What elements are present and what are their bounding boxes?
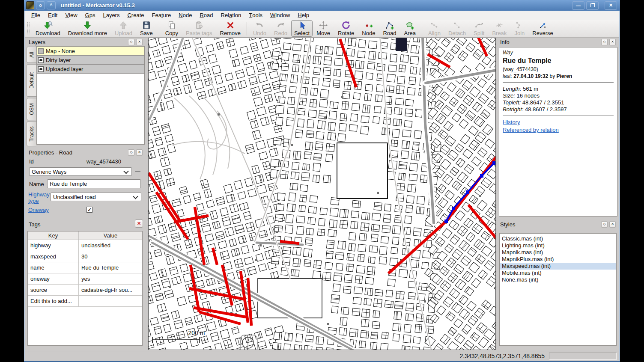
tag-value-cell[interactable]: 30 — [79, 253, 142, 260]
tags-panel-title: Tags — [29, 221, 40, 228]
info-float-button[interactable]: ◇ — [601, 39, 608, 45]
toolbar-area-button[interactable]: Area — [400, 20, 420, 37]
tag-value-cell[interactable]: unclassified — [79, 242, 142, 249]
tag-value-cell[interactable]: yes — [79, 276, 142, 282]
toolbar-move-button[interactable]: Move — [313, 20, 334, 37]
layers-float-button[interactable]: ◇ — [128, 39, 134, 45]
align-icon — [429, 21, 439, 30]
minimize-button[interactable]: — — [572, 1, 584, 10]
tags-column-value[interactable]: Value — [79, 232, 142, 239]
menu-feature[interactable]: Feature — [148, 11, 175, 20]
properties-panel-header: Properties - Road ◇ ✕ — [27, 148, 145, 157]
toolbar-break-button[interactable]: Break — [488, 20, 510, 37]
toolbar-join-button[interactable]: Join — [510, 20, 528, 37]
title-bar[interactable]: o ^ untitled - Merkaartor v0.15.3 — ✕ — [24, 0, 620, 11]
menu-layers[interactable]: Layers — [99, 11, 123, 20]
tag-value-cell[interactable]: cadastre-dgi-fr sou... — [79, 287, 142, 293]
style-item-classic-mas-int[interactable]: Classic.mas (int) — [500, 235, 616, 242]
tag-key-cell[interactable]: name — [28, 262, 79, 273]
toolbar-save-button[interactable]: Save — [136, 20, 157, 37]
toolbar-upload-button[interactable]: Upload — [111, 20, 136, 37]
tag-row-highway[interactable]: highwayunclassified — [28, 240, 142, 251]
menu-road[interactable]: Road — [196, 11, 217, 20]
tag-row-maxspeed[interactable]: maxspeed30 — [28, 251, 142, 262]
highway-type-select[interactable]: Unclassified road — [51, 193, 141, 201]
layers-tab-all[interactable]: All — [27, 47, 36, 63]
menu-view[interactable]: View — [61, 11, 81, 20]
tags-column-key[interactable]: Key — [28, 231, 79, 240]
toolbar-redo-button[interactable]: Redo — [270, 20, 291, 37]
info-link-history[interactable]: History — [503, 119, 614, 125]
layers-tab-tracks[interactable]: Tracks — [27, 122, 36, 146]
layer-visibility-eye-icon[interactable] — [38, 57, 44, 63]
toolbar-align-button[interactable]: Align — [424, 20, 444, 37]
tag-row-name[interactable]: nameRue du Temple — [28, 262, 142, 273]
menu-edit[interactable]: Edit — [44, 11, 61, 20]
menu-help[interactable]: Help — [294, 11, 313, 20]
menu-tools[interactable]: Tools — [245, 11, 266, 20]
style-item-none-mas-int[interactable]: None.mas (int) — [500, 276, 616, 283]
close-button[interactable]: ✕ — [605, 1, 617, 10]
toolbar-button-label: Rotate — [338, 30, 354, 36]
window-shade-button[interactable]: ^ — [47, 1, 56, 9]
tag-row-oneway[interactable]: onewayyes — [28, 273, 142, 285]
properties-float-button[interactable]: ◇ — [128, 149, 134, 156]
toolbar-remove-button[interactable]: Remove — [216, 20, 244, 37]
toolbar-select-button[interactable]: Select — [291, 20, 313, 37]
tag-value-cell[interactable]: Rue du Temple — [79, 264, 142, 271]
info-close-button[interactable]: ✕ — [609, 39, 616, 45]
menu-gps[interactable]: Gps — [81, 11, 99, 20]
toolbar-detach-button[interactable]: Detach — [444, 20, 470, 37]
tag-key-cell[interactable]: maxspeed — [28, 251, 79, 262]
type-select[interactable]: Generic Ways — [29, 167, 132, 176]
layers-tab-default[interactable]: Default — [27, 64, 36, 97]
layers-tab-osm[interactable]: OSM — [27, 98, 36, 120]
highway-type-link[interactable]: Highway type — [28, 191, 50, 204]
toolbar-paste-tags-button[interactable]: Paste tags — [182, 20, 216, 37]
toolbar-reverse-button[interactable]: Reverse — [528, 20, 557, 37]
toolbar-road-button[interactable]: Road — [379, 20, 400, 37]
layer-row-dirty-layer[interactable]: Dirty layer — [37, 56, 144, 65]
styles-close-button[interactable]: ✕ — [609, 221, 616, 228]
style-item-maxspeed-mas-int[interactable]: Maxspeed.mas (int) — [500, 263, 616, 270]
style-item-mobile-mas-int[interactable]: Mobile.mas (int) — [500, 270, 616, 276]
layer-row-uploaded-layer[interactable]: Uploaded layer — [37, 65, 144, 74]
layer-row-map-none[interactable]: Map - None — [37, 47, 144, 56]
toolbar-copy-button[interactable]: Copy — [161, 20, 182, 37]
toolbar-split-button[interactable]: Split — [470, 20, 488, 37]
map-view[interactable]: 200 m — [148, 38, 496, 350]
tag-row-source[interactable]: sourcecadastre-dgi-fr sou... — [28, 285, 142, 296]
layer-checkbox-icon[interactable] — [38, 48, 44, 54]
toolbar-rotate-button[interactable]: Rotate — [334, 20, 358, 37]
tag-key-cell[interactable]: highway — [28, 240, 79, 251]
style-item-lighting-mas-int[interactable]: Lighting.mas (int) — [500, 242, 616, 249]
toolbar-handle[interactable] — [27, 22, 30, 35]
properties-close-button[interactable]: ✕ — [136, 149, 143, 156]
restore-button[interactable] — [586, 1, 599, 10]
tags-close-button[interactable]: ✕ — [135, 220, 143, 228]
tag-key-cell[interactable]: Edit this to add... — [28, 296, 79, 306]
oneway-link[interactable]: Oneway — [28, 207, 49, 213]
toolbar-download-button[interactable]: Download — [32, 20, 64, 37]
toolbar-node-button[interactable]: Node — [358, 20, 379, 37]
style-item-mapnikplus-mas-int[interactable]: MapnikPlus.mas (int) — [500, 256, 616, 263]
layer-visibility-eye-icon[interactable] — [38, 66, 44, 72]
styles-float-button[interactable]: ◇ — [601, 221, 608, 228]
name-input[interactable]: Rue du Temple — [47, 179, 141, 188]
window-menu-button[interactable]: o — [36, 1, 45, 9]
menu-file[interactable]: File — [27, 11, 44, 20]
menu-node[interactable]: Node — [175, 11, 196, 20]
tag-row-edit-this-to-add[interactable]: Edit this to add... — [28, 296, 142, 307]
info-link-referenced-by-relation[interactable]: Referenced by relation — [503, 127, 614, 133]
undo-icon — [254, 21, 265, 30]
toolbar-download-more-button[interactable]: Download more — [64, 20, 111, 37]
tag-key-cell[interactable]: oneway — [28, 273, 79, 284]
tag-key-cell[interactable]: source — [28, 285, 79, 295]
menu-create[interactable]: Create — [123, 11, 148, 20]
menu-relation[interactable]: Relation — [217, 11, 245, 20]
layers-close-button[interactable]: ✕ — [136, 39, 143, 45]
oneway-checkbox[interactable]: ✓ — [86, 207, 92, 213]
style-item-mapnik-mas-int[interactable]: Mapnik.mas (int) — [500, 249, 616, 256]
toolbar-undo-button[interactable]: Undo — [249, 20, 270, 37]
menu-window[interactable]: Window — [266, 11, 294, 20]
